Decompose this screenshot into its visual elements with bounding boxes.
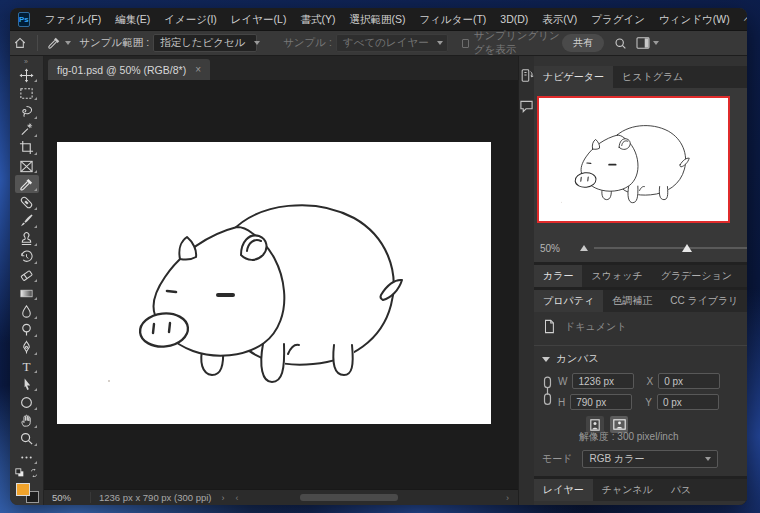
- navigator-preview[interactable]: [534, 88, 747, 234]
- gradient-tool[interactable]: [15, 284, 39, 302]
- zoom-tool[interactable]: [15, 430, 39, 448]
- scroll-right-icon[interactable]: ›: [501, 493, 514, 503]
- menu-image[interactable]: イメージ(I): [157, 8, 224, 30]
- eyedropper-icon: [47, 36, 61, 50]
- properties-tabbar: プロパティ 色調補正 CC ライブラリ: [534, 290, 747, 312]
- clone-stamp-tool[interactable]: [15, 230, 39, 248]
- eyedropper-tool-icon: [19, 177, 34, 192]
- comments-icon[interactable]: [519, 99, 534, 113]
- tab-adjustments[interactable]: 色調補正: [603, 290, 661, 312]
- menu-edit[interactable]: 編集(E): [108, 8, 157, 30]
- link-dimensions-icon[interactable]: [541, 374, 554, 408]
- scrollbar-track[interactable]: [244, 493, 502, 502]
- zoom-tool-icon: [19, 431, 34, 446]
- home-button[interactable]: [10, 36, 31, 50]
- mode-select[interactable]: RGB カラー: [582, 450, 718, 468]
- navigator-zoom-field[interactable]: 50%: [540, 243, 574, 254]
- version-history-icon[interactable]: [520, 68, 534, 83]
- tab-color[interactable]: カラー: [534, 265, 582, 287]
- sample-value: すべてのレイヤー: [343, 36, 429, 50]
- workspace-switcher[interactable]: [636, 37, 659, 49]
- default-colors-icon: [15, 468, 25, 478]
- blur-tool[interactable]: [15, 302, 39, 320]
- width-field[interactable]: 1236 px: [572, 373, 634, 389]
- navigator-zoom-slider[interactable]: [594, 242, 747, 254]
- tab-patterns[interactable]: パターン: [741, 265, 747, 287]
- resolution-label: 解像度 : 300 pixel/inch: [579, 430, 679, 444]
- slider-track[interactable]: [594, 247, 747, 249]
- eraser-tool-icon: [19, 268, 34, 283]
- status-bar: 50% 1236 px x 790 px (300 ppi) › ‹ ›: [44, 489, 518, 505]
- document-canvas[interactable]: [57, 142, 491, 424]
- slider-thumb[interactable]: [682, 244, 692, 252]
- menu-help[interactable]: ヘルプ(H): [737, 8, 747, 30]
- menu-layer[interactable]: レイヤー(L): [224, 8, 294, 30]
- path-selection-tool-icon: [19, 377, 34, 392]
- collapse-dock-icon[interactable]: »: [534, 56, 747, 66]
- brush-tool[interactable]: [15, 212, 39, 230]
- foreground-color-swatch[interactable]: [16, 483, 30, 496]
- frame-tool[interactable]: [15, 157, 39, 175]
- path-selection-tool[interactable]: [15, 375, 39, 393]
- y-field[interactable]: 0 px: [657, 394, 719, 410]
- horizontal-scrollbar[interactable]: ‹ ›: [231, 490, 519, 505]
- sample-select[interactable]: すべてのレイヤー: [336, 34, 448, 52]
- color-control-mini[interactable]: [15, 468, 39, 478]
- tab-cc-libraries[interactable]: CC ライブラリ: [661, 290, 747, 312]
- x-field[interactable]: 0 px: [658, 373, 720, 389]
- menu-3d[interactable]: 3D(D): [493, 8, 535, 30]
- share-button[interactable]: 共有: [562, 34, 604, 52]
- tab-gradients[interactable]: グラデーション: [652, 265, 741, 287]
- healing-brush-tool[interactable]: [15, 193, 39, 211]
- eraser-tool[interactable]: [15, 266, 39, 284]
- marquee-tool[interactable]: [15, 84, 39, 102]
- tool-preset[interactable]: [43, 36, 75, 50]
- tab-channels[interactable]: チャンネル: [593, 479, 662, 501]
- height-field[interactable]: 790 px: [570, 394, 632, 410]
- document-tabbar: fig-01.psd @ 50% (RGB/8*) ×: [44, 56, 518, 80]
- menu-file[interactable]: ファイル(F): [38, 8, 108, 30]
- type-tool[interactable]: T: [15, 357, 39, 375]
- menu-plugins[interactable]: プラグイン: [584, 8, 652, 30]
- magic-wand-tool[interactable]: [15, 121, 39, 139]
- tab-close-icon[interactable]: ×: [195, 64, 201, 75]
- canvas-area[interactable]: [44, 80, 518, 489]
- canvas-section-header[interactable]: カンバス: [542, 352, 599, 366]
- scrollbar-thumb[interactable]: [300, 494, 398, 501]
- status-zoom-field[interactable]: 50%: [44, 492, 90, 503]
- crop-tool[interactable]: [15, 139, 39, 157]
- zoom-out-icon[interactable]: [580, 245, 588, 251]
- status-expand-icon[interactable]: ›: [222, 493, 225, 503]
- history-brush-tool[interactable]: [15, 248, 39, 266]
- document-tab[interactable]: fig-01.psd @ 50% (RGB/8*) ×: [48, 59, 210, 80]
- tab-layers[interactable]: レイヤー: [534, 479, 593, 501]
- dodge-tool[interactable]: [15, 321, 39, 339]
- shape-tool[interactable]: [15, 393, 39, 411]
- lasso-tool[interactable]: [15, 102, 39, 120]
- menu-type[interactable]: 書式(Y): [293, 8, 342, 30]
- foreground-background-swatches[interactable]: [14, 480, 40, 505]
- scroll-left-icon[interactable]: ‹: [231, 493, 244, 503]
- menu-view[interactable]: 表示(V): [535, 8, 584, 30]
- menu-filter[interactable]: フィルター(T): [412, 8, 493, 30]
- navigator-panel-group: » ナビゲーター ヒストグラム 50%: [534, 56, 747, 262]
- photoshop-logo: Ps: [18, 12, 30, 27]
- lasso-tool-icon: [19, 104, 34, 119]
- tab-swatches[interactable]: スウォッチ: [582, 265, 651, 287]
- hand-tool[interactable]: [15, 412, 39, 430]
- menu-select[interactable]: 選択範囲(S): [342, 8, 412, 30]
- tab-navigator[interactable]: ナビゲーター: [534, 66, 613, 88]
- tab-properties[interactable]: プロパティ: [534, 290, 603, 312]
- menu-window[interactable]: ウィンドウ(W): [652, 8, 737, 30]
- edit-toolbar-button[interactable]: [15, 448, 39, 466]
- move-tool[interactable]: [15, 66, 39, 84]
- pen-tool[interactable]: [15, 339, 39, 357]
- toolbar-grip[interactable]: »: [24, 58, 29, 66]
- tab-histogram[interactable]: ヒストグラム: [613, 66, 692, 88]
- sampling-ring-checkbox[interactable]: [462, 39, 469, 48]
- tab-paths[interactable]: パス: [662, 479, 700, 501]
- search-icon[interactable]: [614, 37, 627, 50]
- eyedropper-tool[interactable]: [15, 175, 39, 193]
- sample-range-select[interactable]: 指定したピクセル: [153, 34, 257, 52]
- navigator-proxy-view[interactable]: [537, 96, 730, 223]
